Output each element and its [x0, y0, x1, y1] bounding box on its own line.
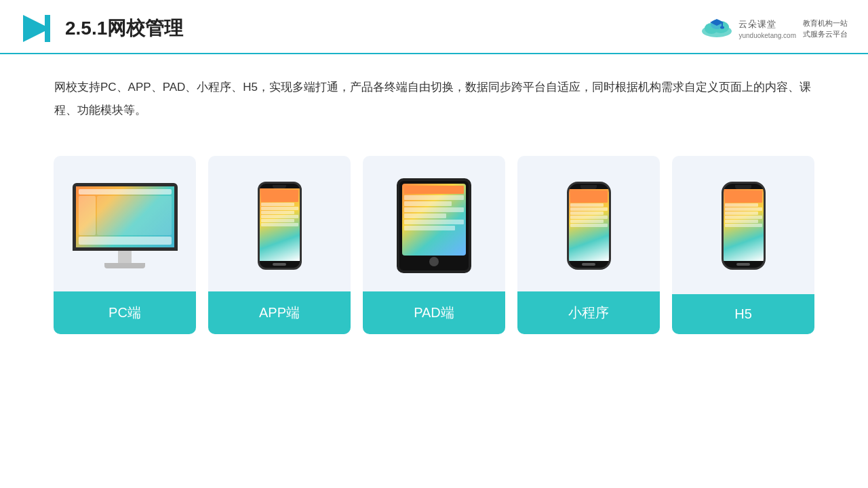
card-pc: PC端: [54, 156, 196, 334]
pad-tablet-mockup: [397, 178, 471, 273]
screen-content-area: [79, 196, 172, 235]
header: 2.5.1网校管理 云朵课堂 yunduoketang.com 教育机构一站 式…: [0, 0, 868, 54]
card-pad: PAD端: [363, 156, 505, 334]
pc-device-mockup: [73, 183, 178, 268]
mini-content-row-2: [570, 207, 608, 211]
h5-content-row-4: [725, 216, 762, 219]
brand-url: yunduoketang.com: [738, 32, 796, 39]
mini-content-row-4: [570, 216, 608, 219]
logo-area: 云朵课堂 yunduoketang.com 教育机构一站 式服务云平台: [699, 18, 848, 40]
tablet-home-button: [429, 257, 439, 266]
header-left: 2.5.1网校管理: [20, 12, 183, 45]
card-mini: 小程序: [517, 156, 660, 334]
tablet-content-row-5: [404, 220, 464, 224]
phone-content-row-3: [261, 211, 295, 214]
phone-content-row-2: [261, 207, 298, 210]
h5-header-row: [725, 190, 762, 203]
mini-phone-screen: [569, 189, 609, 261]
phone-content-row-4: [261, 215, 298, 218]
card-mini-image: [517, 156, 660, 291]
h5-content-row-1: [725, 203, 759, 207]
mini-content-row-1: [570, 203, 604, 207]
screen-main: [97, 196, 172, 235]
monitor-screen-inner: [76, 186, 174, 247]
phone-content-row-1: [261, 203, 295, 206]
card-h5: H5: [672, 156, 814, 334]
h5-content-row-2: [725, 207, 762, 211]
card-h5-label: H5: [672, 294, 814, 334]
phone-notch: [273, 185, 286, 188]
mini-content-row-6: [570, 224, 608, 227]
card-pc-label: PC端: [54, 291, 196, 334]
h5-phone-notch: [735, 185, 751, 189]
brand-tagline: 教育机构一站 式服务云平台: [803, 18, 848, 40]
tablet-screen: [402, 184, 466, 256]
brand-name-text: 云朵课堂: [738, 18, 796, 30]
cards-container: PC端 APP端: [0, 142, 868, 334]
screen-footer-bar: [79, 237, 172, 245]
mini-phone-mockup: [567, 182, 611, 270]
tablet-content-row-1: [404, 195, 464, 200]
mini-phone-home: [582, 263, 595, 266]
mini-content-row-3: [570, 211, 604, 215]
phone-content-row-6: [261, 223, 298, 226]
card-pc-image: [54, 156, 196, 291]
tagline-line1: 教育机构一站: [803, 18, 848, 29]
card-app-image: [208, 156, 351, 291]
phone-home-indicator: [273, 263, 286, 266]
card-app: APP端: [208, 156, 351, 334]
app-phone-mockup: [258, 182, 302, 270]
screen-nav-bar: [79, 189, 172, 195]
phone-header-row: [261, 190, 298, 202]
brand-name: 云朵课堂 yunduoketang.com: [738, 18, 796, 39]
tagline-line2: 式服务云平台: [803, 28, 848, 40]
card-pad-label: PAD端: [363, 291, 505, 334]
card-app-label: APP端: [208, 291, 351, 334]
mini-content-row-5: [570, 220, 604, 223]
description: 网校支持PC、APP、PAD、小程序、H5，实现多端打通，产品各终端自由切换，数…: [0, 54, 868, 136]
svg-rect-1: [45, 15, 50, 42]
h5-content-row-5: [725, 220, 759, 223]
card-h5-image: [672, 156, 814, 291]
h5-phone-screen: [724, 189, 764, 261]
logo-cloud: 云朵课堂 yunduoketang.com 教育机构一站 式服务云平台: [699, 18, 848, 40]
h5-content-row-6: [725, 224, 762, 227]
h5-phone-mockup: [722, 182, 766, 270]
monitor-neck: [118, 251, 132, 263]
mini-phone-notch: [580, 185, 597, 189]
play-icon: [20, 12, 53, 45]
mini-header-row: [570, 190, 608, 203]
tablet-content-row-3: [404, 207, 464, 212]
h5-phone-home: [736, 263, 750, 266]
card-pad-image: [363, 156, 505, 291]
tablet-content-row-6: [404, 226, 455, 230]
monitor-screen: [73, 183, 178, 251]
tablet-content-row-4: [404, 214, 446, 218]
monitor-base: [104, 263, 145, 268]
h5-content-row-3: [725, 211, 759, 215]
phone-screen: [260, 188, 300, 261]
brand-logo-icon: [699, 18, 734, 39]
description-text: 网校支持PC、APP、PAD、小程序、H5，实现多端打通，产品各终端自由切换，数…: [54, 76, 814, 122]
card-mini-label: 小程序: [517, 291, 660, 334]
screen-sidebar: [79, 196, 96, 235]
page-title: 2.5.1网校管理: [65, 16, 183, 41]
tablet-content-row-2: [404, 201, 452, 206]
svg-point-8: [720, 26, 724, 29]
phone-content-row-5: [261, 219, 295, 222]
tablet-header-row: [404, 186, 464, 194]
